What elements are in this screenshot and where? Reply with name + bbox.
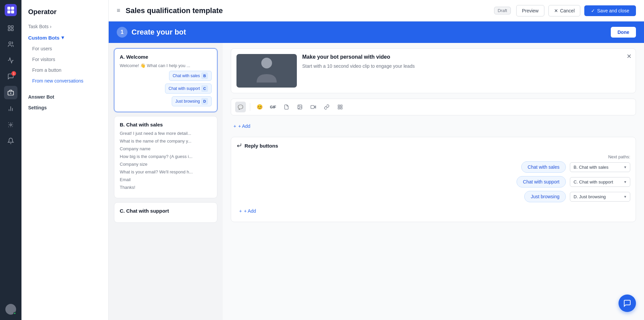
users-icon[interactable] bbox=[4, 38, 17, 51]
card-b-line3: Company name bbox=[120, 146, 212, 151]
svg-rect-1 bbox=[11, 7, 14, 10]
badge-count: 1 bbox=[11, 71, 16, 76]
page-title: Sales qualification template bbox=[126, 6, 489, 15]
flow-card-c[interactable]: C. Chat with support bbox=[114, 202, 217, 223]
create-bot-title: 1 Create your bot bbox=[117, 27, 186, 38]
home-icon[interactable] bbox=[4, 21, 17, 35]
avatar[interactable] bbox=[5, 304, 16, 315]
video-card-title: Make your bot personal with video bbox=[302, 54, 630, 60]
card-b-line2: What is the name of the company y... bbox=[120, 139, 212, 144]
svg-point-8 bbox=[9, 42, 11, 44]
card-b-line5: Company size bbox=[120, 162, 212, 167]
settings-nav[interactable]: Settings bbox=[21, 102, 108, 113]
svg-rect-7 bbox=[11, 29, 13, 31]
draft-badge: Draft bbox=[494, 7, 511, 14]
chat-fab-button[interactable] bbox=[619, 295, 636, 312]
reply-section-header: Reply buttons bbox=[236, 143, 630, 149]
reply-row-1: Chat with sales B. Chat with sales C. Ch… bbox=[236, 161, 630, 173]
reply-chip-sales[interactable]: Chat with sales bbox=[521, 161, 566, 173]
reports-icon[interactable] bbox=[4, 102, 17, 115]
path-select-wrapper-1: B. Chat with sales C. Chat with support … bbox=[570, 162, 630, 172]
save-close-button[interactable]: ✓ Save and close bbox=[584, 5, 636, 16]
reply-section: Reply buttons Next paths: Chat with sale… bbox=[231, 137, 636, 222]
video-thumbnail bbox=[236, 54, 297, 88]
note-icon[interactable] bbox=[281, 102, 292, 112]
create-bot-header: 1 Create your bot Done bbox=[109, 21, 644, 43]
for-visitors-nav[interactable]: For visitors bbox=[21, 54, 108, 65]
svg-rect-5 bbox=[11, 26, 13, 28]
menu-icon[interactable]: ≡ bbox=[117, 7, 120, 14]
flow-card-b[interactable]: B. Chat with sales Great! I just need a … bbox=[114, 116, 217, 198]
add-content-button[interactable]: + + Add bbox=[231, 121, 253, 131]
flow-btn-c[interactable]: Chat with support C bbox=[165, 84, 212, 94]
plus-icon: + bbox=[233, 123, 236, 129]
chevron-down-icon: ▾ bbox=[61, 35, 64, 41]
close-video-card-icon[interactable]: ✕ bbox=[627, 53, 632, 60]
cancel-button[interactable]: ✕ Cancel bbox=[548, 5, 581, 16]
svg-rect-4 bbox=[8, 26, 10, 28]
task-bots-breadcrumb[interactable]: Task Bots › bbox=[21, 21, 108, 32]
card-a-buttons-3: Just browsing D bbox=[120, 96, 212, 106]
image-icon[interactable] bbox=[294, 102, 305, 112]
gif-icon[interactable]: GIF bbox=[268, 102, 278, 112]
svg-point-16 bbox=[261, 58, 272, 68]
online-indicator bbox=[13, 312, 16, 315]
svg-rect-24 bbox=[340, 107, 342, 109]
text-message-icon[interactable]: 💬 bbox=[235, 102, 246, 112]
card-b-line1: Great! I just need a few more detail... bbox=[120, 131, 212, 136]
next-paths-label: Next paths: bbox=[608, 154, 630, 159]
inbox-icon[interactable]: 1 bbox=[4, 70, 17, 83]
path-select-3[interactable]: D. Just browsing B. Chat with sales C. C… bbox=[570, 192, 630, 202]
svg-marker-19 bbox=[314, 106, 316, 108]
flow-btn-b[interactable]: Chat with sales B bbox=[169, 71, 212, 81]
notifications-icon[interactable] bbox=[4, 134, 17, 148]
plus-reply-icon: + bbox=[239, 208, 242, 214]
bots-icon[interactable] bbox=[4, 86, 17, 99]
svg-rect-20 bbox=[311, 105, 314, 108]
card-a-buttons: Chat with sales B bbox=[120, 71, 212, 81]
path-select-wrapper-3: D. Just browsing B. Chat with sales C. C… bbox=[570, 192, 630, 202]
svg-point-15 bbox=[10, 124, 12, 126]
preview-button[interactable]: Preview bbox=[516, 5, 544, 16]
emoji-icon[interactable]: 😊 bbox=[254, 102, 265, 112]
done-button[interactable]: Done bbox=[611, 27, 636, 38]
flow-btn-d[interactable]: Just browsing D bbox=[172, 96, 212, 106]
content-area: 1 Create your bot Done A. Welcome Welcom… bbox=[109, 21, 644, 320]
topbar: ≡ Sales qualification template Draft Pre… bbox=[109, 0, 644, 21]
editor-toolbar: 💬 😊 GIF bbox=[231, 99, 636, 115]
card-a-preview: Welcome! 👋 What can I help you ... bbox=[120, 63, 212, 68]
custom-bots-section[interactable]: Custom Bots ▾ bbox=[21, 32, 108, 43]
left-nav: Operator Task Bots › Custom Bots ▾ For u… bbox=[21, 0, 109, 320]
path-select-2[interactable]: C. Chat with support B. Chat with sales … bbox=[570, 177, 630, 187]
svg-point-18 bbox=[299, 106, 300, 107]
flow-card-a[interactable]: A. Welcome Welcome! 👋 What can I help yo… bbox=[114, 48, 217, 112]
reply-chip-support[interactable]: Chat with support bbox=[517, 176, 566, 188]
from-button-nav[interactable]: From a button bbox=[21, 65, 108, 75]
sidebar: 1 bbox=[0, 0, 21, 320]
for-users-nav[interactable]: For users bbox=[21, 43, 108, 54]
step-number: 1 bbox=[117, 27, 127, 38]
integrations-icon[interactable] bbox=[4, 118, 17, 131]
svg-rect-3 bbox=[11, 10, 14, 13]
card-a-title: A. Welcome bbox=[120, 54, 212, 60]
path-select-wrapper-2: C. Chat with support B. Chat with sales … bbox=[570, 177, 630, 187]
card-b-line6: What is your email? We'll respond h... bbox=[120, 169, 212, 174]
campaigns-icon[interactable] bbox=[4, 54, 17, 67]
card-b-line7: Email bbox=[120, 177, 212, 182]
reply-row-2: Chat with support C. Chat with support B… bbox=[236, 176, 630, 188]
app-logo[interactable] bbox=[5, 4, 17, 16]
card-b-line8: Thanks! bbox=[120, 185, 212, 190]
video-toolbar-icon[interactable] bbox=[308, 102, 319, 112]
app-title: Operator bbox=[21, 5, 108, 21]
from-new-conversations-nav[interactable]: From new conversations bbox=[21, 75, 108, 86]
svg-rect-23 bbox=[338, 107, 340, 109]
answer-bot-nav[interactable]: Answer Bot bbox=[21, 92, 108, 102]
svg-rect-22 bbox=[340, 105, 342, 107]
apps-toolbar-icon[interactable] bbox=[335, 102, 345, 112]
path-select-1[interactable]: B. Chat with sales C. Chat with support … bbox=[570, 162, 630, 172]
check-icon: ✓ bbox=[591, 8, 595, 13]
link-icon[interactable] bbox=[321, 102, 332, 112]
add-reply-button[interactable]: + + Add bbox=[236, 206, 630, 216]
flow-column: A. Welcome Welcome! 👋 What can I help yo… bbox=[109, 43, 223, 320]
reply-chip-browsing[interactable]: Just browsing bbox=[524, 191, 566, 202]
